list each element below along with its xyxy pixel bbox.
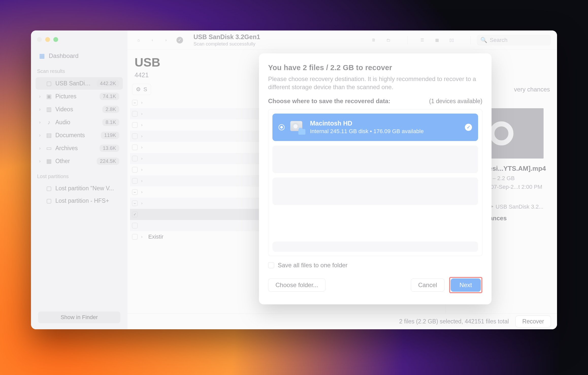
drive-icon: ▢ (46, 197, 52, 204)
sidebar: ▦ Dashboard Scan results › ▢ USB SanDisk… (31, 30, 127, 329)
count-badge: 119K (101, 132, 119, 139)
next-button[interactable]: Next (451, 278, 481, 292)
checkbox[interactable] (132, 223, 138, 228)
recover-button[interactable]: Recover (515, 316, 551, 327)
sidebar-section-lost-partitions: Lost partitions (36, 168, 123, 182)
other-icon: ▦ (46, 158, 52, 165)
chevron-right-icon: › (165, 38, 167, 42)
checkbox[interactable] (132, 145, 138, 150)
destination-placeholder (272, 146, 478, 173)
checkbox[interactable] (268, 262, 274, 268)
destination-option-macintosh-hd[interactable]: Macintosh HD Internal 245.11 GB disk • 1… (272, 114, 478, 141)
sidebar-item-audio[interactable]: › ♪ Audio 8.1K (36, 116, 123, 129)
destination-placeholder (272, 178, 478, 205)
sidebar-item-usb-drive[interactable]: › ▢ USB SanDisk... 442.2K (36, 77, 123, 90)
filter-button[interactable]: ⚙ S (132, 84, 151, 95)
new-file-icon[interactable]: 🗎 (369, 35, 379, 45)
save-all-option[interactable]: Save all files to one folder (268, 262, 482, 269)
sidebar-item-label: Videos (55, 106, 99, 113)
search-placeholder: Search (490, 37, 508, 43)
sidebar-item-documents[interactable]: › ▤ Documents 119K (36, 129, 123, 142)
sliders-icon: ⚙ (136, 86, 141, 93)
folder-icon[interactable]: 🗀 (383, 35, 394, 45)
save-all-label: Save all files to one folder (278, 262, 348, 269)
sidebar-item-archives[interactable]: › ▭ Archives 13.6K (36, 142, 123, 154)
sidebar-section-scan-results: Scan results (36, 63, 123, 77)
dashboard-label: Dashboard (49, 52, 78, 59)
nav-dashboard[interactable]: ▦ Dashboard (36, 50, 123, 62)
page-title: USB (135, 55, 160, 69)
home-icon: ⌂ (137, 38, 140, 42)
checkbox[interactable] (132, 234, 138, 240)
hard-disk-icon (290, 121, 304, 134)
sidebar-item-lost-partition-2[interactable]: › ▢ Lost partition - HFS+ (36, 195, 123, 207)
sidebar-item-other[interactable]: › ▦ Other 224.5K (36, 155, 123, 167)
show-in-finder-button[interactable]: Show in Finder (38, 311, 120, 323)
archive-icon: ▭ (46, 145, 52, 152)
dialog-title: You have 2 files / 2.2 GB to recover (268, 64, 482, 72)
video-icon: ▥ (46, 106, 52, 113)
checkbox-mixed[interactable] (132, 100, 138, 105)
recovery-chances-column-label: very chances (514, 86, 550, 93)
sidebar-item-label: Lost partition - HFS+ (55, 197, 119, 204)
sidebar-item-lost-partition-1[interactable]: › ▢ Lost partition "New V... (36, 182, 123, 194)
checkbox[interactable] (132, 111, 138, 117)
checkbox-mixed[interactable] (132, 200, 138, 206)
column-view-icon[interactable]: ▯▯ (447, 35, 457, 45)
sidebar-item-label: Audio (55, 119, 99, 126)
nav-back-button[interactable]: ‹ (147, 35, 157, 45)
grid-view-icon[interactable]: ▦ (432, 35, 442, 45)
sidebar-item-pictures[interactable]: › ▣ Pictures 74.1K (36, 90, 123, 103)
search-icon: 🔍 (480, 37, 487, 43)
checkbox-checked[interactable] (132, 212, 138, 217)
sidebar-item-label: Archives (55, 145, 96, 152)
list-view-icon[interactable]: ☰ (417, 35, 427, 45)
filter-label: S (143, 86, 147, 93)
toolbar-file-actions: 🗎 🗀 (365, 34, 397, 47)
chevron-right-icon: › (39, 120, 43, 125)
radio-selected-icon (279, 124, 285, 130)
checkbox[interactable] (132, 133, 138, 139)
window-traffic-lights (36, 36, 123, 49)
window-zoom-button[interactable] (53, 37, 58, 42)
audio-icon: ♪ (46, 119, 52, 126)
destination-detail: Internal 245.11 GB disk • 176.09 GB avai… (310, 128, 424, 135)
checkbox[interactable] (132, 156, 138, 161)
count-badge: 13.6K (100, 145, 119, 152)
scan-status-indicator: ✓ (175, 35, 185, 45)
image-icon: ▣ (46, 93, 52, 100)
checkbox[interactable] (132, 122, 138, 128)
chevron-left-icon: ‹ (152, 38, 153, 42)
chevron-right-icon: › (39, 133, 43, 138)
checkbox[interactable] (132, 178, 138, 184)
chevron-right-icon: › (39, 94, 43, 99)
search-box[interactable]: 🔍 Search (477, 35, 551, 45)
checkbox[interactable] (132, 167, 138, 173)
check-circle-icon: ✓ (176, 37, 183, 43)
dialog-description: Please choose recovery destination. It i… (268, 75, 482, 91)
chevron-right-icon: › (39, 146, 43, 151)
app-window: ▦ Dashboard Scan results › ▢ USB SanDisk… (31, 30, 557, 329)
grid-icon: ▦ (39, 52, 45, 59)
status-summary: 2 files (2.2 GB) selected, 442151 files … (399, 318, 509, 325)
drive-icon: ▢ (46, 185, 52, 192)
destination-placeholder (272, 242, 478, 252)
sidebar-item-videos[interactable]: › ▥ Videos 2.8K (36, 103, 123, 116)
sidebar-item-label: Documents (55, 132, 98, 139)
svg-point-0 (492, 124, 511, 143)
checkbox-mixed[interactable] (132, 189, 138, 195)
toolbar-title-block: USB SanDisk 3.2Gen1 Scan completed succe… (193, 33, 260, 47)
drive-icon: ▢ (46, 80, 52, 87)
toolbar: ⌂ ‹ › ✓ USB SanDisk 3.2Gen1 Scan complet… (127, 30, 557, 50)
window-close-button[interactable] (37, 37, 42, 42)
choose-folder-button[interactable]: Choose folder... (268, 278, 325, 292)
sidebar-item-label: USB SanDisk... (55, 80, 94, 87)
home-button[interactable]: ⌂ (134, 35, 144, 45)
cancel-button[interactable]: Cancel (411, 278, 445, 292)
chevron-right-icon: › (39, 107, 43, 112)
main-area: ⌂ ‹ › ✓ USB SanDisk 3.2Gen1 Scan complet… (127, 30, 557, 329)
check-circle-icon: ✓ (465, 124, 472, 131)
window-minimize-button[interactable] (45, 37, 50, 42)
chevron-right-icon: › (39, 159, 43, 164)
nav-forward-button[interactable]: › (161, 35, 171, 45)
